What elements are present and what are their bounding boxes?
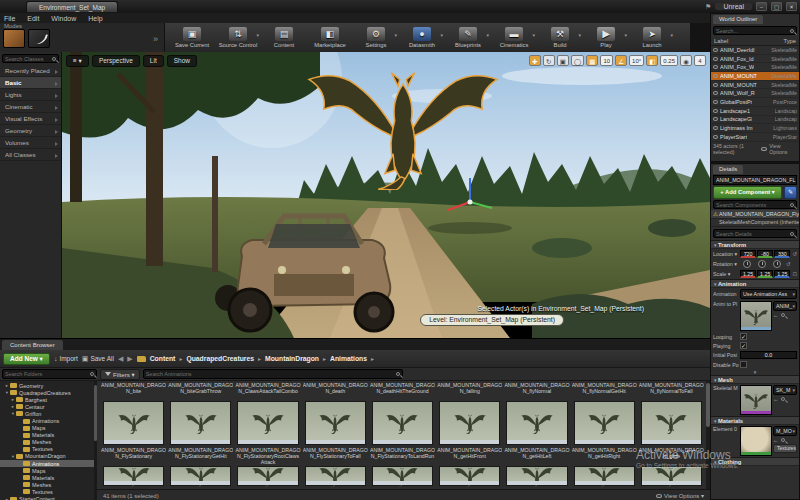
asset-tile[interactable] <box>235 465 300 487</box>
toolbar-button[interactable]: ⚙ Settings ▾ <box>353 27 399 48</box>
actor-name-field[interactable]: ANIM_MOUNTAIN_DRAGON_FL <box>713 175 797 185</box>
visibility-eye-icon[interactable] <box>713 74 718 78</box>
level-tab[interactable]: Environment_Set_Map <box>26 1 118 12</box>
browse-asset-icon[interactable] <box>781 397 785 401</box>
modes-category-recently-placed[interactable]: Recently Placed <box>0 65 61 77</box>
content-browser-tab[interactable]: Content Browser <box>2 340 63 350</box>
outliner-actor-row[interactable]: ANIM_MOUNT SkeletalMe <box>711 81 799 90</box>
breadcrumb-item[interactable]: QuadrapedCreatures <box>186 355 265 362</box>
visibility-eye-icon[interactable] <box>713 91 718 95</box>
outliner-actor-row[interactable]: PlayerStart PlayerStar <box>711 133 799 142</box>
asset-tile[interactable] <box>504 465 569 487</box>
asset-name[interactable]: ANIM_MOUNTAIN_DRAGON_flyNormalGetHit <box>572 381 637 400</box>
visibility-eye-icon[interactable] <box>713 65 718 69</box>
asset-tile[interactable] <box>303 400 368 446</box>
component-root-item[interactable]: ⚠ ANIM_MOUNTAIN_DRAGON_Fly( <box>711 210 799 219</box>
folder-tree-item[interactable]: Animations <box>0 460 97 467</box>
folder-tree-item[interactable]: Materials <box>0 432 97 439</box>
visibility-eye-icon[interactable] <box>713 109 718 113</box>
rotation-snap-icon[interactable]: ∠ <box>615 55 627 66</box>
asset-tile[interactable] <box>168 465 233 487</box>
asset-name[interactable]: ANIM_MOUNTAIN_DRAGON_bite <box>101 381 166 400</box>
move-tool-icon[interactable]: ✚ <box>529 55 541 66</box>
location-x-field[interactable]: 720 <box>740 250 756 258</box>
rotation-snap-value[interactable]: 10° <box>629 55 644 66</box>
add-new-button[interactable]: Add New ▾ <box>3 353 50 365</box>
outliner-actor-row[interactable]: Lightmass Im Lightmass <box>711 124 799 133</box>
scale-z-field[interactable]: 1.25 <box>774 270 790 278</box>
choose-path-folder-icon[interactable] <box>137 356 146 362</box>
outliner-actor-row[interactable]: ANIM_Fox_W SkeletalMe <box>711 63 799 72</box>
disable-post-process-checkbox[interactable] <box>740 361 747 368</box>
modes-category-all-classes[interactable]: All Classes <box>0 149 61 161</box>
folder-tree-item[interactable]: Materials <box>0 474 97 481</box>
visibility-eye-icon[interactable] <box>713 135 718 139</box>
asset-name[interactable]: ANIM_MOUNTAIN_DRAGON_biteGrabThrow <box>168 381 233 400</box>
outliner-search-input[interactable] <box>716 28 790 34</box>
browse-asset-icon[interactable] <box>781 438 785 442</box>
use-selected-asset-icon[interactable]: ← <box>773 312 779 318</box>
reset-rotation-icon[interactable]: ↺ <box>786 261 791 267</box>
modes-category-volumes[interactable]: Volumes <box>0 137 61 149</box>
viewport-options-menu[interactable]: ≡ ▾ <box>66 55 89 67</box>
search-components-input[interactable] <box>716 202 790 208</box>
dropdown-arrow-icon[interactable]: ▾ <box>532 32 535 38</box>
skeletal-mesh-dropdown[interactable]: SK_M <box>773 385 797 395</box>
visibility-eye-icon[interactable] <box>713 83 718 87</box>
toolbar-button[interactable]: ▶ Play ▾ <box>583 27 629 48</box>
rotation-label[interactable]: Rotation ▾ <box>713 261 739 267</box>
asset-tile[interactable] <box>370 400 435 446</box>
asset-tile[interactable] <box>303 465 368 487</box>
asset-name[interactable]: ANIM_MOUNTAIN_DRAGON_death <box>303 381 368 400</box>
scale-x-field[interactable]: 1.25 <box>740 270 756 278</box>
menu-item[interactable]: Window <box>51 15 76 22</box>
use-selected-asset-icon[interactable]: ← <box>773 437 779 443</box>
world-local-toggle-icon[interactable]: ◯ <box>571 55 584 66</box>
section-animation[interactable]: Animation <box>711 279 799 288</box>
asset-tile[interactable] <box>639 400 704 446</box>
material-dropdown[interactable]: M_MO <box>773 426 797 436</box>
visibility-eye-icon[interactable] <box>713 100 718 104</box>
scale-snap-value[interactable]: 0.25 <box>660 55 678 66</box>
asset-tile[interactable] <box>101 400 166 446</box>
folder-tree-item[interactable]: Animations <box>0 417 97 424</box>
asset-tile[interactable] <box>437 465 502 487</box>
view-mode-lit[interactable]: Lit <box>143 55 164 67</box>
folder-tree-item[interactable]: ▸ StarterContent <box>0 496 97 500</box>
visibility-eye-icon[interactable] <box>713 126 718 130</box>
asset-name[interactable]: ANIM_MOUNTAIN_DRAGON_FlyStationaryGetHit <box>168 446 233 465</box>
outliner-actor-row[interactable]: GlobalPostPr PostProce <box>711 98 799 107</box>
history-back-button[interactable]: ◀ <box>118 355 123 363</box>
folder-tree-item[interactable]: Meshes <box>0 439 97 446</box>
location-y-field[interactable]: -80 <box>757 250 773 258</box>
toolbar-button[interactable]: ▤ Content <box>261 27 307 48</box>
search-folders-input[interactable] <box>5 371 90 377</box>
asset-name[interactable]: ANIM_MOUNTAIN_DRAGON_FlyStationaryToLand… <box>370 446 435 465</box>
folder-tree-item[interactable]: Maps <box>0 467 97 474</box>
column-header-label[interactable]: Label <box>714 38 728 44</box>
camera-speed-value[interactable]: 4 <box>694 55 706 66</box>
show-flags-menu[interactable]: Show <box>167 55 197 67</box>
search-details-input[interactable] <box>716 231 790 237</box>
modes-category-geometry[interactable]: Geometry <box>0 125 61 137</box>
dropdown-arrow-icon[interactable]: ▾ <box>624 32 627 38</box>
folder-tree-item[interactable]: ▸ Centaur <box>0 403 97 410</box>
world-outliner-tab[interactable]: World Outliner <box>713 15 763 24</box>
component-skeletalmesh-item[interactable]: SkeletalMeshComponent (Inherite <box>711 219 799 228</box>
skeletal-mesh-thumbnail[interactable] <box>740 385 772 415</box>
outliner-actor-row[interactable]: LandscapeGl Landscap <box>711 116 799 125</box>
minimize-button[interactable]: ‒ <box>756 2 767 11</box>
asset-name[interactable]: ANIM_MOUNTAIN_DRAGON_flyNormalToFall <box>639 381 704 400</box>
scale-tool-icon[interactable]: ▣ <box>557 55 569 66</box>
modes-category-cinematic[interactable]: Cinematic <box>0 101 61 113</box>
outliner-actor-row[interactable]: ANIM_DeerIdl SkeletalMe <box>711 46 799 55</box>
anim-asset-thumbnail[interactable] <box>740 301 772 331</box>
section-transform[interactable]: Transform <box>711 240 799 249</box>
browse-asset-icon[interactable] <box>781 313 785 317</box>
breadcrumb-item[interactable]: Content <box>150 355 187 362</box>
breadcrumb-item[interactable]: MountainDragon <box>265 355 330 362</box>
add-component-button[interactable]: + Add Component ▾ <box>713 186 782 199</box>
brush-mode-icon[interactable] <box>28 29 50 48</box>
rotation-z-dial[interactable] <box>773 260 781 268</box>
asset-tile[interactable] <box>101 465 166 487</box>
